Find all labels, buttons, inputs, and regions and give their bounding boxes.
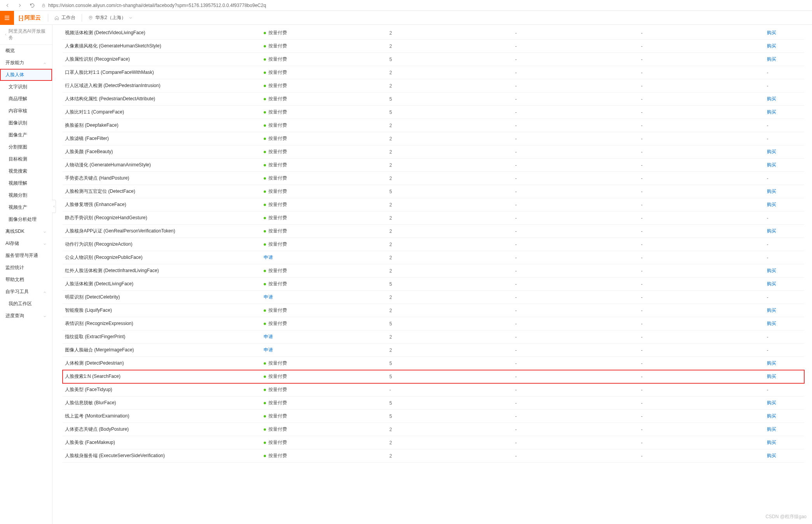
sidebar-item-2[interactable]: 商品理解 [0,93,52,105]
action-cell: 购买 [765,145,804,159]
buy-link[interactable]: 购买 [767,440,776,445]
sidebar-item-7[interactable]: 目标检测 [0,153,52,165]
sidebar-item-3[interactable]: 内容审核 [0,105,52,117]
apply-link[interactable]: 申请 [264,294,273,300]
apply-link[interactable]: 申请 [264,255,273,260]
buy-link[interactable]: 购买 [767,307,776,313]
buy-link[interactable]: 购买 [767,426,776,432]
top-header: [-] 阿里云 工作台 华东2（上海） [0,11,812,25]
api-name: 人脸活体检测 (DetectLivingFace) [63,278,261,291]
qps-cell: 5 [387,396,513,410]
sidebar-item-0[interactable]: 人脸人体 [0,69,52,81]
api-name: 指纹提取 (ExtractFingerPrint) [63,330,261,344]
status-dot-icon [264,204,266,206]
col5-cell: - [639,423,765,436]
col4-cell: - [513,26,639,40]
buy-link[interactable]: 购买 [767,149,776,154]
nav-service[interactable]: 服务管理与开通 [0,250,52,262]
api-name: 口罩人脸比对1:1 (CompareFaceWithMask) [63,66,261,79]
col5-cell: - [639,410,765,423]
col5-cell: - [639,291,765,304]
menu-toggle-button[interactable] [0,11,14,25]
buy-link[interactable]: 购买 [767,189,776,194]
workspace-link[interactable]: 工作台 [51,14,79,21]
buy-link[interactable]: 购买 [767,30,776,35]
buy-link[interactable]: 购买 [767,162,776,168]
nav-monitor[interactable]: 监控统计 [0,262,52,274]
buy-link[interactable]: 购买 [767,43,776,49]
nav-docs[interactable]: 帮助文档 [0,274,52,286]
sidebar-item-10[interactable]: 视频分割 [0,189,52,201]
col5-cell: - [639,185,765,198]
buy-link[interactable]: 购买 [767,56,776,62]
url-text: https://vision.console.aliyun.com/cn-sha… [48,3,266,8]
status-dot-icon [264,376,266,378]
nav-capability[interactable]: 开放能力 [0,57,52,69]
api-name: 图像人脸融合 (MergeImageFace) [63,344,261,357]
qps-cell: 2 [387,145,513,159]
status-dot-icon [264,402,266,404]
buy-link[interactable]: 购买 [767,374,776,379]
api-status: 按量付费 [261,278,387,291]
buy-link[interactable]: 购买 [767,96,776,101]
col5-cell: - [639,225,765,238]
sidebar-item-8[interactable]: 视觉搜索 [0,165,52,177]
buy-link[interactable]: 购买 [767,413,776,419]
sidebar-item-6[interactable]: 分割抠图 [0,141,52,153]
status-dot-icon [264,230,266,232]
col5-cell: - [639,66,765,79]
sidebar-item-11[interactable]: 视频生产 [0,201,52,213]
url-bar[interactable]: https://vision.console.aliyun.com/cn-sha… [41,3,808,8]
buy-link[interactable]: 购买 [767,321,776,326]
separator [48,14,48,22]
back-to-parent[interactable]: 阿里灵杰AI开放服务 [0,25,52,45]
brand-logo[interactable]: [-] 阿里云 [14,14,46,21]
apply-link[interactable]: 申请 [264,347,273,353]
nav-overview[interactable]: 概览 [0,45,52,57]
browser-reload-button[interactable] [29,2,36,9]
nav-sdk[interactable]: 离线SDK [0,225,52,238]
lock-icon [41,3,46,8]
sidebar-item-9[interactable]: 视频理解 [0,177,52,189]
region-selector[interactable]: 华东2（上海） [84,14,137,21]
api-name: 表情识别 (RecognizeExpression) [63,317,261,330]
api-status: 按量付费 [261,383,387,396]
buy-link[interactable]: 购买 [767,400,776,405]
sidebar-collapse-button[interactable] [52,200,56,213]
table-row: 人体姿态关键点 (BodyPosture)按量付费2--购买 [63,423,804,436]
table-row: 人体结构化属性 (PedestrianDetectAttribute)按量付费5… [63,93,804,106]
sidebar-item-1[interactable]: 文字识别 [0,81,52,93]
buy-link[interactable]: 购买 [767,202,776,207]
browser-back-button[interactable] [4,2,11,9]
buy-link[interactable]: 购买 [767,109,776,115]
nav-progress[interactable]: 进度查询 [0,310,52,322]
status-dot-icon [264,243,266,246]
buy-link[interactable]: 购买 [767,360,776,366]
qps-cell: 2 [387,436,513,449]
col4-cell: - [513,53,639,66]
buy-link[interactable]: 购买 [767,281,776,286]
col5-cell: - [639,132,765,145]
sidebar-item-12[interactable]: 图像分析处理 [0,213,52,225]
sidebar-item-5[interactable]: 图像生产 [0,129,52,141]
sidebar-item-4[interactable]: 图像识别 [0,117,52,129]
api-status: 按量付费 [261,106,387,119]
qps-cell: 2 [387,40,513,53]
col5-cell: - [639,357,765,370]
api-name: 人脸美颜 (FaceBeauty) [63,145,261,159]
browser-forward-button[interactable] [16,2,23,9]
table-row: 明星识别 (DetectCelebrity)申请2--- [63,291,804,304]
qps-cell: 2 [387,211,513,225]
action-cell: 购买 [765,370,804,383]
apply-link[interactable]: 申请 [264,334,273,339]
buy-link[interactable]: 购买 [767,268,776,273]
nav-storage[interactable]: AI存储 [0,238,52,250]
col4-cell: - [513,238,639,251]
buy-link[interactable]: 购买 [767,453,776,458]
api-name: 换脸鉴别 (DeepfakeFace) [63,119,261,132]
table-row: 换脸鉴别 (DeepfakeFace)按量付费2--- [63,119,804,132]
nav-selfstudy[interactable]: 自学习工具 [0,286,52,298]
nav-my-workspace[interactable]: 我的工作区 [0,298,52,310]
col4-cell: - [513,225,639,238]
buy-link[interactable]: 购买 [767,228,776,234]
